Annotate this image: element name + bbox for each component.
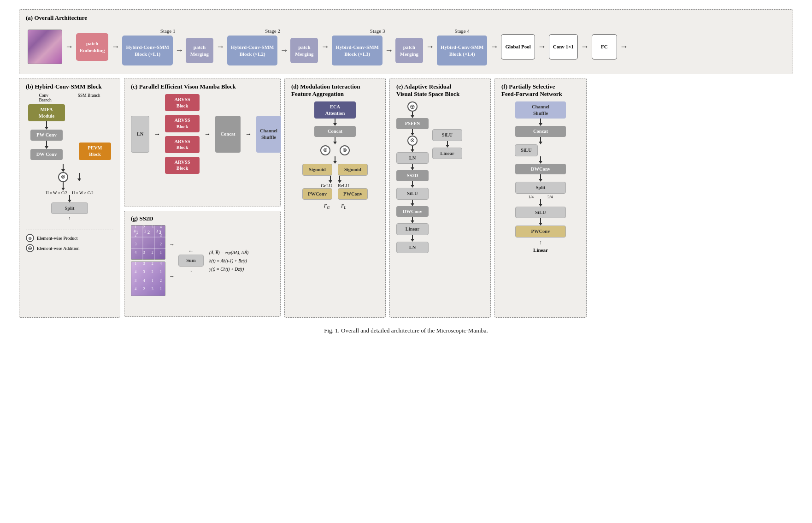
hybird-l1-box: Hybird-Conv-SMMBlock (×L1) xyxy=(122,36,173,65)
e-va2 xyxy=(411,133,414,136)
sum-col: ← Sum ↓ xyxy=(178,248,204,273)
e-vl8 xyxy=(412,235,413,239)
vl-d3 xyxy=(335,156,335,161)
legend-product-label: Element-wise Product xyxy=(37,236,78,241)
legend: ⊗ Element-wise Product ⊕ Element-wise Ad… xyxy=(26,230,113,252)
patch-merging-2: patchMerging xyxy=(290,38,318,63)
global-pool-box: Global Pool xyxy=(501,34,535,59)
section-b: (b) Hybird-Conv-SMM Block ConvBranch SSM… xyxy=(19,78,120,318)
d-times-1: ⊗ xyxy=(320,145,330,155)
arrow-concat: → xyxy=(245,131,252,138)
vl1 xyxy=(46,121,47,127)
top-boxes-row: MIFAModule PW Conv DW Conv PEVMBlock xyxy=(28,104,111,160)
e-rvc1 xyxy=(446,141,449,148)
section-e-label: (e) Adaptive ResidualVisual State Space … xyxy=(396,83,484,98)
arrow-ln: → xyxy=(154,131,160,138)
va-d2 xyxy=(333,142,337,144)
hybird-l4-box: Hybird-Conv-SMMBlock (×L4) xyxy=(437,36,488,65)
e-vc6 xyxy=(411,200,414,206)
e-vc5 xyxy=(411,181,414,188)
d-input-labels: FG FL xyxy=(324,203,346,210)
split-arrow-label: ↑ xyxy=(69,216,71,220)
figure-caption: Fig. 1. Overall and detailed architectur… xyxy=(19,327,793,334)
input-image xyxy=(28,30,62,64)
f-spacer xyxy=(543,144,566,156)
e-times: ⊗ xyxy=(407,136,418,146)
vl-d4 xyxy=(330,176,331,180)
e-vl7 xyxy=(412,217,413,220)
f-vc2 xyxy=(539,137,542,144)
grid-2-nums: 1324 4321 3412 4231 xyxy=(131,262,165,296)
f-vc6 xyxy=(539,218,542,226)
channel-shuffle-box: ChannelShuffle xyxy=(256,116,281,153)
e-right-col: SiLU Linear xyxy=(432,129,462,253)
f-vl1 xyxy=(540,119,541,123)
legend-times-icon: ⊗ xyxy=(26,234,34,242)
f-concat: Concat xyxy=(515,126,566,137)
f-va3 xyxy=(539,161,542,164)
branch-labels: ConvBranch SSM Branch xyxy=(26,93,113,102)
mifa-box: MIFAModule xyxy=(28,104,65,121)
formula-3: y(t) = Ch(t) + Dz(t) xyxy=(209,267,248,272)
g-arrow-1: → xyxy=(169,241,175,248)
stage-3-group: Stage 3 Hybird-Conv-SMMBlock (×L3) → pat… xyxy=(332,28,423,65)
section-a: (a) Overall Architecture → patchEmbeddin… xyxy=(19,9,793,74)
eca-box: ECAAttention xyxy=(314,101,356,119)
legend-addition-label: Element-wise Addition xyxy=(37,246,80,251)
e-va8 xyxy=(411,239,414,242)
patch-embedding-box: patchEmbedding xyxy=(76,33,108,61)
left-col: MIFAModule PW Conv DW Conv xyxy=(28,104,65,160)
e-vc2 xyxy=(411,129,414,136)
arrow-2: → xyxy=(111,42,119,52)
f-vc1 xyxy=(539,119,542,126)
f-split: Split xyxy=(515,182,566,194)
stage-1-boxes: Hybird-Conv-SMMBlock (×L1) → patchMergin… xyxy=(122,36,213,65)
patch-merging-1: patchMerging xyxy=(186,38,213,63)
section-g-label: (g) SS2D xyxy=(131,215,274,222)
e-va6 xyxy=(411,203,414,206)
pw-conv-box: PW Conv xyxy=(30,130,63,141)
arvss-col: ARVSSBlock ARVSSBlock ARVSSBlock ARVSSBl… xyxy=(165,94,200,174)
section-d: (d) Modulation InteractionFeature Aggreg… xyxy=(284,78,386,318)
vl5 xyxy=(79,173,80,178)
f-ratio-row: 1/4 3/4 xyxy=(528,195,553,199)
g-arrows: → → xyxy=(169,241,175,280)
d-times-2: ⊗ xyxy=(340,145,350,155)
g-main: 1231 23 1234 1234 23 32 4321 xyxy=(131,225,274,296)
formulas: (Ā, B) = exp(ΔA), ΔB̄) h(t) = Ah(t-1) + … xyxy=(209,250,248,272)
e-vc1 xyxy=(411,112,414,118)
section-cg: (c) Parallel Efficient Vison Mamba Block… xyxy=(124,78,281,317)
e-vc3 xyxy=(411,146,414,152)
relu-label: ReLU xyxy=(338,183,349,188)
f-vl6 xyxy=(540,218,541,223)
f-input-arrow: ↑ xyxy=(539,239,542,246)
times-circle: ⊗ xyxy=(58,172,68,182)
fl-label: FL xyxy=(341,203,346,210)
d-sigmoid-row: Sigmoid Sigmoid xyxy=(302,164,368,176)
arrow-12: → xyxy=(620,42,628,52)
f-flow: ChannelShuffle Concat SiLU DWConv Split xyxy=(501,101,580,253)
vc-d2 xyxy=(333,137,337,144)
e-linear-left: Linear xyxy=(396,223,429,235)
e-vl6 xyxy=(412,200,413,203)
conv1x1-box: Conv 1×1 xyxy=(549,34,578,59)
dw-conv-box: DW Conv xyxy=(30,149,63,160)
stage-4-group: Stage 4 Hybird-Conv-SMMBlock (×L4) xyxy=(437,28,488,65)
grid-1-nums: 1234 23 32 4321 xyxy=(131,226,165,259)
d-pwconv-1: PWConv xyxy=(302,188,332,200)
e-silu-left: SiLU xyxy=(396,188,429,200)
stage-4-label: Stage 4 xyxy=(454,28,470,34)
vl-d1 xyxy=(335,119,335,123)
formula-1: (Ā, B) = exp(ΔA), ΔB̄) xyxy=(209,250,248,255)
f-vl5 xyxy=(540,199,541,204)
vc6 xyxy=(68,195,71,202)
vc3 xyxy=(61,164,65,172)
section-a-label: (a) Overall Architecture xyxy=(26,14,786,22)
va6 xyxy=(68,200,71,202)
main-figure: (a) Overall Architecture → patchEmbeddin… xyxy=(19,9,793,334)
e-vl1 xyxy=(412,112,413,115)
vc2 xyxy=(45,141,48,149)
legend-product: ⊗ Element-wise Product xyxy=(26,234,113,242)
f-dwconv: DWConv xyxy=(515,164,566,175)
stage-2-group: Stage 2 Hybird-Conv-SMMBlock (×L2) → pat… xyxy=(227,28,318,65)
